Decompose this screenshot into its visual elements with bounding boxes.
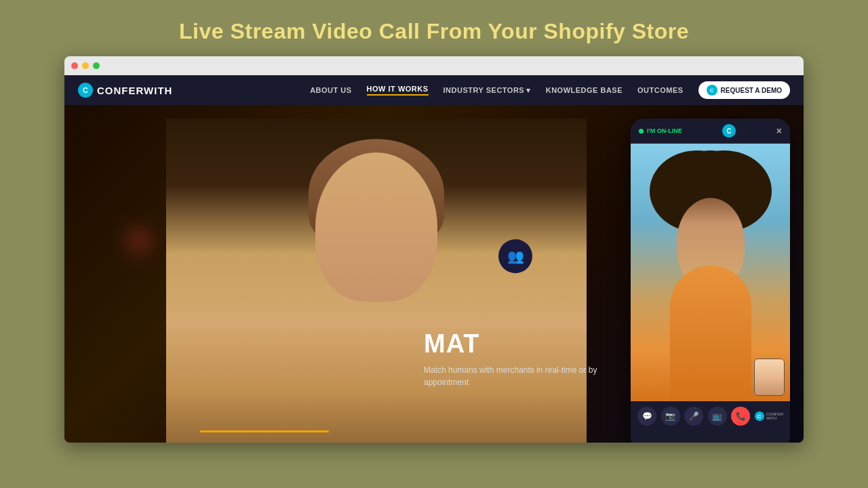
logo[interactable]: C CONFERWITH — [78, 83, 172, 98]
video-person-body — [670, 266, 751, 401]
online-indicator: I'M ON-LINE — [639, 127, 682, 134]
hero-heading: MAT — [424, 329, 600, 359]
video-call-popup: I'M ON-LINE C × — [631, 119, 790, 443]
video-controls-bar: 💬 📷 🎤 📺 📞 C C — [631, 401, 790, 431]
chevron-down-icon: ▾ — [526, 86, 531, 95]
end-call-button[interactable]: 📞 — [731, 407, 750, 426]
popup-header: I'M ON-LINE C × — [631, 119, 790, 144]
video-main-area — [631, 144, 790, 401]
scroll-progress-bar — [200, 430, 329, 432]
nav-link-outcomes[interactable]: OUTCOMES — [637, 86, 684, 94]
hero-text-block: MAT Match humans with merchants in real-… — [424, 329, 600, 388]
nav-link-about[interactable]: ABOUT US — [310, 86, 351, 94]
navbar: C CONFERWITH ABOUT US HOW IT WORKS INDUS… — [64, 75, 804, 105]
camera-button[interactable]: 📷 — [661, 407, 680, 426]
screen-icon: 📺 — [712, 411, 722, 421]
page-title: Live Stream Video Call From Your Shopify… — [179, 19, 689, 44]
person-face — [315, 152, 437, 302]
hero-person-image — [166, 119, 587, 443]
logo-text: CONFERWITH — [97, 85, 172, 96]
microphone-button[interactable]: 🎤 — [684, 407, 703, 426]
chat-button[interactable]: 💬 — [637, 407, 656, 426]
logo-icon: C — [78, 83, 93, 98]
browser-chrome — [64, 56, 804, 75]
microphone-icon: 🎤 — [689, 411, 699, 421]
camera-icon: 📷 — [665, 411, 675, 421]
bottom-logo-icon: C — [755, 411, 764, 421]
online-dot — [639, 129, 644, 134]
people-icon: 👥 — [507, 248, 524, 264]
nav-links: ABOUT US HOW IT WORKS INDUSTRY SECTORS ▾… — [310, 81, 790, 99]
cta-logo-icon: C — [707, 85, 717, 96]
nav-link-knowledge[interactable]: KNOWLEDGE BASE — [546, 86, 623, 94]
hero-body-text: Match humans with merchants in real-time… — [424, 364, 600, 388]
screen-share-button[interactable]: 📺 — [708, 407, 727, 426]
chat-icon: 💬 — [642, 411, 652, 421]
bottom-logo-text: CONFERWITH — [766, 412, 783, 420]
browser-window: C CONFERWITH ABOUT US HOW IT WORKS INDUS… — [64, 56, 804, 443]
website-content: C CONFERWITH ABOUT US HOW IT WORKS INDUS… — [64, 75, 804, 443]
person-silhouette — [166, 119, 587, 443]
hero-background: MAT Match humans with merchants in real-… — [64, 105, 804, 443]
popup-logo: C — [722, 124, 736, 138]
end-call-icon: 📞 — [736, 411, 746, 421]
nav-link-how-it-works[interactable]: HOW IT WORKS — [367, 85, 429, 96]
bokeh-light-red — [125, 227, 153, 254]
browser-dot-minimize[interactable] — [82, 62, 89, 69]
request-demo-button[interactable]: C REQUEST A DEMO — [698, 81, 790, 99]
video-self-thumbnail — [754, 359, 785, 396]
browser-dot-close[interactable] — [71, 62, 78, 69]
nav-link-industry[interactable]: INDUSTRY SECTORS ▾ — [443, 86, 531, 95]
browser-dot-maximize[interactable] — [93, 62, 100, 69]
match-icon-button[interactable]: 👥 — [498, 239, 532, 273]
popup-close-button[interactable]: × — [776, 125, 782, 136]
popup-bottom-logo: C CONFERWITH — [755, 411, 783, 421]
